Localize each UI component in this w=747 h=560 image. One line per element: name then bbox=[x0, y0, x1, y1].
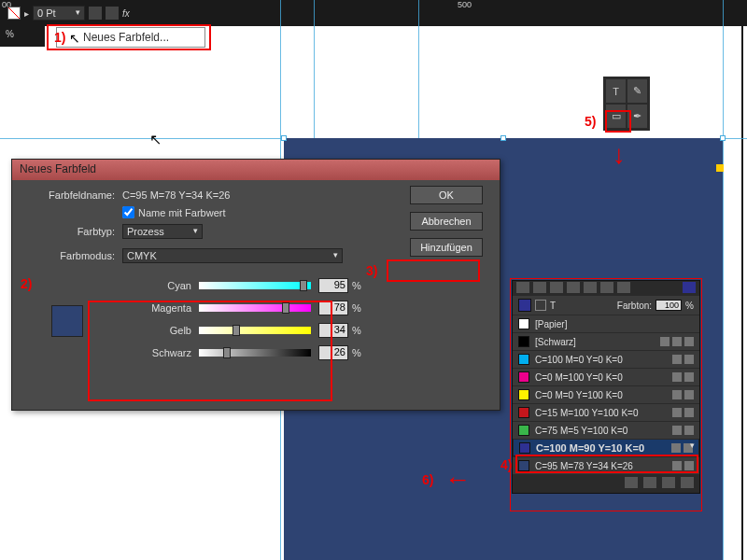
callout-box-panel bbox=[510, 278, 702, 511]
pct-label: % bbox=[352, 280, 361, 291]
stroke-arrow-icon[interactable]: ▸ bbox=[24, 8, 29, 19]
ruler-mark-500: 500 bbox=[458, 0, 472, 9]
callout-box-3 bbox=[387, 259, 480, 282]
fill-swatch-icon[interactable] bbox=[7, 7, 21, 20]
pct-label: % bbox=[352, 302, 361, 314]
name-with-value-label: Name mit Farbwert bbox=[138, 207, 226, 218]
swatch-name-value: C=95 M=78 Y=34 K=26 bbox=[122, 189, 230, 201]
guide bbox=[723, 0, 724, 560]
toolbar-icon[interactable] bbox=[106, 7, 119, 20]
pct-label: % bbox=[352, 325, 361, 336]
color-type-label: Farbtyp: bbox=[21, 226, 115, 237]
app-toolbar-row2: % bbox=[0, 26, 45, 47]
ok-button[interactable]: OK bbox=[410, 186, 483, 204]
rotation-handle[interactable] bbox=[716, 164, 724, 172]
callout-label-1: 1) bbox=[54, 30, 65, 45]
type-tool-icon[interactable]: T bbox=[606, 79, 626, 103]
callout-box-2 bbox=[88, 301, 332, 401]
selection-handle[interactable] bbox=[500, 135, 506, 141]
eyedropper-tool-icon[interactable]: ✎ bbox=[627, 79, 647, 103]
arrow-down-icon: ↓ bbox=[613, 140, 626, 170]
callout-label-6: 6) bbox=[422, 472, 433, 487]
name-with-value-checkbox[interactable] bbox=[122, 206, 134, 218]
callout-box-5 bbox=[605, 110, 631, 133]
cyan-value-input[interactable]: 95 bbox=[318, 278, 348, 293]
swatch-preview bbox=[51, 305, 83, 337]
toolbar-icon[interactable] bbox=[89, 7, 102, 20]
cancel-button[interactable]: Abbrechen bbox=[410, 212, 483, 231]
add-button[interactable]: Hinzufügen bbox=[410, 238, 483, 257]
arrow-left-icon: ← bbox=[444, 465, 471, 495]
toolbar-fx-icon[interactable]: fx bbox=[122, 8, 130, 19]
selection-handle[interactable] bbox=[720, 135, 726, 141]
selection-handle[interactable] bbox=[281, 135, 287, 141]
ruler-vertical bbox=[741, 0, 743, 560]
cyan-label: Cyan bbox=[102, 280, 191, 291]
callout-label-3: 3) bbox=[366, 263, 377, 278]
stroke-weight-select[interactable]: 0 Pt bbox=[33, 6, 85, 21]
pct-label: % bbox=[352, 347, 361, 358]
callout-box-1 bbox=[47, 24, 211, 50]
callout-label-2: 2) bbox=[21, 276, 32, 291]
opacity-pct-label: % bbox=[6, 29, 14, 39]
swatch-name-label: Farbfeldname: bbox=[21, 189, 115, 201]
app-toolbar: 00 500 ▸ 0 Pt fx bbox=[0, 0, 747, 26]
cyan-slider[interactable] bbox=[199, 282, 311, 289]
color-mode-select[interactable]: CMYK bbox=[122, 248, 343, 263]
callout-label-5: 5) bbox=[585, 114, 596, 129]
color-type-select[interactable]: Prozess bbox=[122, 224, 203, 239]
cursor-icon: ↖ bbox=[149, 131, 162, 148]
dialog-title: Neues Farbfeld bbox=[12, 160, 500, 180]
color-mode-label: Farbmodus: bbox=[21, 250, 115, 261]
